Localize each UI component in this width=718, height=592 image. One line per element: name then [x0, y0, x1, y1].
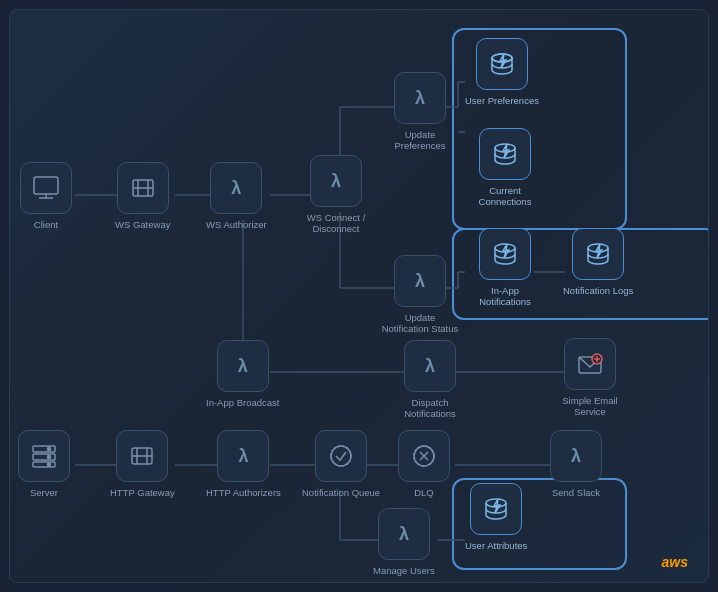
- in-app-notifications-icon: [479, 228, 531, 280]
- ws-authorizer-label: WS Authorizer: [206, 219, 267, 230]
- update-preferences-label: Update Preferences: [380, 129, 460, 152]
- client-label: Client: [34, 219, 58, 230]
- aws-badge: aws: [662, 554, 688, 570]
- ws-connect-label: WS Connect / Disconnect: [296, 212, 376, 235]
- notification-logs-label: Notification Logs: [563, 285, 633, 296]
- node-client: Client: [20, 162, 72, 230]
- node-update-notif-status: λ Update Notification Status: [380, 255, 460, 335]
- notification-logs-icon: [572, 228, 624, 280]
- node-notification-logs: Notification Logs: [563, 228, 633, 296]
- node-ws-gateway: WS Gateway: [115, 162, 170, 230]
- manage-users-icon: λ: [378, 508, 430, 560]
- svg-point-48: [48, 463, 51, 466]
- svg-rect-43: [33, 446, 55, 452]
- dlq-icon: [398, 430, 450, 482]
- node-ws-authorizer: λ WS Authorizer: [206, 162, 267, 230]
- ws-gateway-label: WS Gateway: [115, 219, 170, 230]
- http-authorizers-icon: λ: [217, 430, 269, 482]
- node-http-gateway: HTTP Gateway: [110, 430, 175, 498]
- node-in-app-notifications: In-App Notifications: [465, 228, 545, 308]
- http-gateway-icon: [116, 430, 168, 482]
- node-ws-connect: λ WS Connect / Disconnect: [296, 155, 376, 235]
- node-http-authorizers: λ HTTP Authorizers: [206, 430, 281, 498]
- node-simple-email: Simple Email Service: [550, 338, 630, 418]
- node-send-slack: λ Send Slack: [550, 430, 602, 498]
- node-user-attributes: User Attributes: [465, 483, 527, 551]
- svg-point-47: [48, 456, 51, 459]
- user-preferences-label: User Preferences: [465, 95, 539, 106]
- current-connections-icon: [479, 128, 531, 180]
- notification-queue-label: Notification Queue: [302, 487, 380, 498]
- node-notification-queue: Notification Queue: [302, 430, 380, 498]
- send-slack-icon: λ: [550, 430, 602, 482]
- dlq-label: DLQ: [414, 487, 434, 498]
- in-app-broadcast-icon: λ: [217, 340, 269, 392]
- svg-rect-44: [33, 454, 55, 460]
- node-update-preferences: λ Update Preferences: [380, 72, 460, 152]
- in-app-notifications-label: In-App Notifications: [465, 285, 545, 308]
- send-slack-label: Send Slack: [552, 487, 600, 498]
- node-dispatch-notifications: λ Dispatch Notifications: [390, 340, 470, 420]
- svg-point-46: [48, 448, 51, 451]
- diagram-container: Client WS Gateway λ WS Authorizer λ WS C…: [9, 9, 709, 583]
- http-gateway-label: HTTP Gateway: [110, 487, 175, 498]
- user-attributes-icon: [470, 483, 522, 535]
- svg-point-53: [331, 446, 351, 466]
- server-label: Server: [30, 487, 58, 498]
- user-attributes-label: User Attributes: [465, 540, 527, 551]
- ws-gateway-icon: [117, 162, 169, 214]
- node-in-app-broadcast: λ In-App Broadcast: [206, 340, 279, 408]
- manage-users-label: Manage Users: [373, 565, 435, 576]
- update-notif-status-icon: λ: [394, 255, 446, 307]
- update-notif-status-label: Update Notification Status: [380, 312, 460, 335]
- simple-email-label: Simple Email Service: [550, 395, 630, 418]
- svg-rect-27: [34, 177, 58, 194]
- client-icon: [20, 162, 72, 214]
- dispatch-notifications-label: Dispatch Notifications: [390, 397, 470, 420]
- update-preferences-icon: λ: [394, 72, 446, 124]
- server-icon: [18, 430, 70, 482]
- simple-email-icon: [564, 338, 616, 390]
- node-user-preferences: User Preferences: [465, 38, 539, 106]
- dispatch-notifications-icon: λ: [404, 340, 456, 392]
- node-dlq: DLQ: [398, 430, 450, 498]
- node-server: Server: [18, 430, 70, 498]
- node-manage-users: λ Manage Users: [373, 508, 435, 576]
- http-authorizers-label: HTTP Authorizers: [206, 487, 281, 498]
- svg-rect-45: [33, 462, 55, 467]
- ws-connect-icon: λ: [310, 155, 362, 207]
- node-current-connections: Current Connections: [465, 128, 545, 208]
- user-preferences-icon: [476, 38, 528, 90]
- notification-queue-icon: [315, 430, 367, 482]
- in-app-broadcast-label: In-App Broadcast: [206, 397, 279, 408]
- ws-authorizer-icon: λ: [210, 162, 262, 214]
- current-connections-label: Current Connections: [465, 185, 545, 208]
